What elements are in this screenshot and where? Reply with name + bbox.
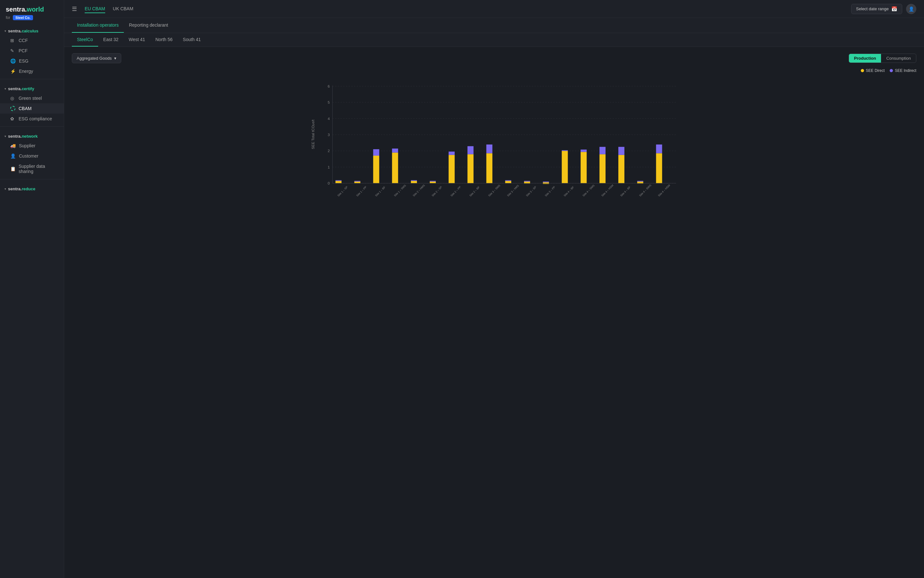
bar-indirect-4 [392, 149, 398, 153]
logo: sentra.world [6, 6, 58, 13]
topnav-tab-eu-cbam[interactable]: EU CBAM [85, 5, 105, 13]
svg-text:Site 1 – BF: Site 1 – BF [374, 185, 386, 197]
date-range-button[interactable]: Select date range 📅 [851, 4, 902, 14]
svg-text:0: 0 [328, 181, 330, 185]
chevron-down-icon: ▾ [114, 56, 117, 61]
sidebar-item-ccf[interactable]: ⊞ CCF [0, 35, 64, 45]
section-network[interactable]: ▾ sentra.network [0, 129, 64, 141]
consumption-toggle-button[interactable]: Consumption [881, 54, 916, 63]
bar-direct-9 [486, 153, 492, 183]
sidebar-item-cbam[interactable]: CBAM [0, 103, 64, 114]
bar-direct-6 [430, 182, 436, 183]
legend-see-indirect: SEE Indirect [890, 68, 916, 73]
svg-text:Site 1 – SMS: Site 1 – SMS [393, 183, 407, 197]
main-tabs-row: Installation operators Reporting declara… [64, 18, 924, 33]
subtab-north56[interactable]: North 56 [150, 33, 178, 47]
see-indirect-dot [890, 69, 893, 72]
chevron-icon: ▾ [5, 87, 6, 91]
svg-text:4: 4 [328, 117, 330, 121]
sidebar: sentra.world for Steel Co. ▾ sentra.calc… [0, 0, 64, 578]
aggregated-goods-dropdown[interactable]: Aggregated Goods ▾ [72, 53, 121, 63]
company-badge: Steel Co. [13, 15, 33, 20]
svg-text:2: 2 [328, 149, 330, 153]
divider [0, 127, 64, 127]
bar-direct-5 [411, 181, 417, 183]
bar-indirect-7 [449, 151, 455, 155]
subtab-west41[interactable]: West 41 [123, 33, 150, 47]
bar-indirect-17 [637, 181, 643, 182]
svg-text:Site 2 – HMS: Site 2 – HMS [412, 183, 426, 197]
bar-indirect-5 [411, 180, 417, 181]
bar-direct-7 [449, 155, 455, 183]
svg-text:Site 4 – BF: Site 4 – BF [563, 185, 574, 197]
bar-direct-18 [656, 153, 662, 183]
sidebar-item-energy[interactable]: ⚡ Energy [0, 66, 64, 76]
bar-chart: 0 1 2 3 4 [72, 75, 916, 211]
section-reduce[interactable]: ▾ sentra.reduce [0, 182, 64, 193]
topnav-tab-uk-cbam[interactable]: UK CBAM [113, 5, 133, 13]
svg-text:Site 4 – HSM: Site 4 – HSM [601, 183, 614, 197]
bar-indirect-15 [599, 147, 605, 154]
svg-text:Site 4 – HSM: Site 4 – HSM [657, 183, 671, 197]
sidebar-item-esg[interactable]: 🌐 ESG [0, 56, 64, 66]
subtabs-row: SteelCo East 32 West 41 North 56 South 4… [64, 33, 924, 47]
bar-direct-10 [505, 181, 511, 183]
svg-text:Site 1 – PP: Site 1 – PP [356, 185, 367, 197]
bar-direct-8 [468, 154, 474, 183]
bar-indirect-2 [354, 181, 361, 182]
energy-icon: ⚡ [10, 69, 16, 74]
main-content: ☰ EU CBAM UK CBAM Select date range 📅 👤 … [64, 0, 924, 578]
chart-container: Aggregated Goods ▾ Production Consumptio… [64, 47, 924, 218]
topnav-right: Select date range 📅 👤 [851, 4, 916, 14]
section-calculus[interactable]: ▾ sentra.calculus [0, 24, 64, 35]
sidebar-logo: sentra.world for Steel Co. [0, 6, 64, 24]
subtab-east32[interactable]: East 32 [98, 33, 123, 47]
sidebar-item-supplier-data-sharing[interactable]: 📋 Supplier data sharing [0, 161, 64, 177]
tab-installation-operators[interactable]: Installation operators [72, 18, 124, 33]
bar-indirect-3 [373, 149, 379, 156]
subtab-south41[interactable]: South 41 [178, 33, 206, 47]
topnav-tabs: EU CBAM UK CBAM [85, 5, 843, 13]
subtab-steelco[interactable]: SteelCo [72, 33, 98, 47]
chevron-icon: ▾ [5, 187, 6, 191]
svg-text:Site 2 – BF: Site 2 – BF [469, 185, 480, 197]
svg-text:1: 1 [328, 165, 330, 169]
sidebar-item-pcf[interactable]: ✎ PCF [0, 45, 64, 56]
chart-svg: 0 1 2 3 4 [72, 75, 916, 210]
bar-direct-12 [543, 182, 549, 184]
edit-icon: ✎ [10, 48, 15, 53]
chevron-icon: ▾ [5, 29, 6, 33]
svg-text:Site 3 – hMS: Site 3 – hMS [507, 184, 519, 197]
sidebar-item-supplier[interactable]: 🚚 Supplier [0, 141, 64, 151]
svg-text:3: 3 [328, 133, 330, 137]
production-toggle-button[interactable]: Production [849, 54, 881, 63]
svg-text:Site 4 – BF: Site 4 – BF [620, 185, 631, 197]
section-certify[interactable]: ▾ sentra.certify [0, 82, 64, 93]
see-direct-dot [861, 69, 864, 72]
svg-text:Site 4 – SMS: Site 4 – SMS [582, 183, 595, 197]
logo-for-section: for Steel Co. [6, 15, 58, 20]
share-icon: 📋 [10, 166, 15, 171]
svg-text:Site 2 – PP: Site 2 – PP [450, 185, 462, 197]
sidebar-item-customer[interactable]: 👤 Customer [0, 151, 64, 161]
bar-indirect-9 [486, 144, 492, 153]
bar-indirect-1 [335, 180, 341, 181]
bar-indirect-6 [430, 181, 436, 182]
svg-text:5: 5 [328, 101, 330, 104]
bar-indirect-16 [618, 147, 625, 155]
tab-reporting-declarant[interactable]: Reporting declarant [124, 18, 173, 33]
production-consumption-toggle: Production Consumption [849, 54, 916, 63]
sidebar-item-green-steel[interactable]: ◎ Green steel [0, 93, 64, 103]
hamburger-icon[interactable]: ☰ [72, 5, 77, 13]
bar-indirect-18 [656, 144, 662, 153]
user-avatar[interactable]: 👤 [906, 4, 916, 14]
user-icon: 👤 [909, 6, 914, 11]
bar-indirect-12 [543, 182, 549, 182]
svg-text:SEE Total tCO₂e/t: SEE Total tCO₂e/t [311, 119, 315, 149]
sidebar-item-esg-compliance[interactable]: ✿ ESG compliance [0, 114, 64, 124]
bar-direct-2 [354, 182, 361, 183]
compliance-icon: ✿ [10, 116, 15, 121]
legend-see-direct: SEE Direct [861, 68, 885, 73]
svg-text:Site 1 – SP: Site 1 – SP [337, 185, 349, 197]
bar-indirect-11 [524, 181, 530, 182]
